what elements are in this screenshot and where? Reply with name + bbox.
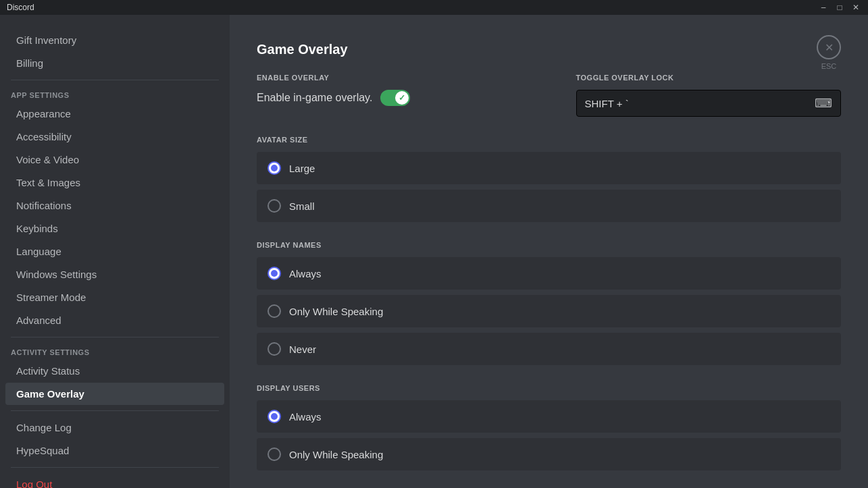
sidebar-item-notifications[interactable]: Notifications — [5, 194, 224, 217]
sidebar-item-keybinds[interactable]: Keybinds — [5, 217, 224, 240]
sidebar-item-hypesquad[interactable]: HypeSquad — [5, 439, 224, 462]
display-names-always[interactable]: Always — [257, 257, 841, 290]
app-settings-label: APP SETTINGS — [0, 86, 230, 102]
display-names-label: DISPLAY NAMES — [257, 241, 841, 249]
radio-dn-always-inner — [271, 270, 278, 277]
activity-settings-label: ACTIVITY SETTINGS — [0, 343, 230, 359]
keybind-input[interactable]: SHIFT + ` ⌨ — [576, 90, 842, 117]
page-title: Game Overlay — [257, 42, 841, 57]
sidebar-item-text-images[interactable]: Text & Images — [5, 171, 224, 194]
display-names-never[interactable]: Never — [257, 333, 841, 365]
display-names-speaking-label: Only While Speaking — [289, 306, 383, 317]
toggle-overlay-lock-block: TOGGLE OVERLAY LOCK SHIFT + ` ⌨ — [576, 74, 842, 117]
sidebar-item-game-overlay[interactable]: Game Overlay — [5, 383, 224, 405]
display-names-group: Always Only While Speaking Never — [257, 257, 841, 365]
app-container: Gift Inventory Billing APP SETTINGS Appe… — [0, 15, 868, 488]
sidebar-item-logout[interactable]: Log Out — [5, 473, 224, 488]
radio-dn-never-circle — [267, 342, 281, 356]
toggle-knob: ✓ — [395, 91, 409, 105]
radio-du-always-inner — [271, 413, 278, 420]
sidebar-item-advanced[interactable]: Advanced — [5, 309, 224, 331]
display-names-while-speaking[interactable]: Only While Speaking — [257, 295, 841, 327]
sidebar-item-voice-video[interactable]: Voice & Video — [5, 148, 224, 171]
avatar-size-large-label: Large — [289, 163, 315, 174]
radio-large-inner — [271, 165, 278, 171]
avatar-size-small[interactable]: Small — [257, 190, 841, 222]
radio-large-circle — [267, 161, 281, 175]
sidebar-divider-1 — [11, 80, 219, 80]
sidebar-item-activity-status[interactable]: Activity Status — [5, 360, 224, 382]
sidebar-divider-4 — [11, 467, 219, 468]
overlay-settings-row: ENABLE OVERLAY Enable in-game overlay. ✓… — [257, 74, 841, 117]
sidebar-item-appearance[interactable]: Appearance — [5, 103, 224, 125]
avatar-size-large[interactable]: Large — [257, 152, 841, 184]
keybind-value: SHIFT + ` — [585, 98, 810, 109]
avatar-size-small-label: Small — [289, 200, 315, 212]
toggle-check-icon: ✓ — [399, 93, 405, 103]
sidebar-divider-2 — [11, 337, 219, 337]
enable-in-game-text: Enable in-game overlay. — [257, 92, 372, 104]
window-controls: – □ ✕ — [818, 2, 861, 13]
app-title: Discord — [7, 3, 34, 12]
radio-dn-speaking-circle — [267, 304, 281, 318]
minimize-button[interactable]: – — [818, 2, 829, 13]
sidebar-item-streamer-mode[interactable]: Streamer Mode — [5, 286, 224, 308]
display-users-always-label: Always — [289, 411, 322, 423]
radio-du-speaking-circle — [267, 448, 281, 461]
sidebar-item-change-log[interactable]: Change Log — [5, 416, 224, 439]
sidebar-item-accessibility[interactable]: Accessibility — [5, 126, 224, 148]
close-button[interactable]: ✕ — [850, 2, 861, 13]
enable-overlay-block: ENABLE OVERLAY Enable in-game overlay. ✓ — [257, 74, 522, 106]
sidebar-item-billing[interactable]: Billing — [5, 52, 224, 74]
close-icon[interactable]: ✕ — [817, 35, 841, 59]
display-users-speaking-label: Only While Speaking — [289, 449, 383, 460]
sidebar-divider-3 — [11, 410, 219, 411]
display-names-never-label: Never — [289, 344, 316, 355]
display-users-label: DISPLAY USERS — [257, 384, 841, 392]
toggle-overlay-lock-label: TOGGLE OVERLAY LOCK — [576, 74, 842, 82]
radio-du-always-circle — [267, 410, 281, 423]
esc-label: ESC — [821, 62, 837, 70]
enable-overlay-toggle[interactable]: ✓ — [380, 90, 410, 106]
display-users-always[interactable]: Always — [257, 400, 841, 433]
radio-dn-always-circle — [267, 267, 281, 280]
keyboard-icon[interactable]: ⌨ — [815, 96, 832, 111]
avatar-size-group: Large Small — [257, 152, 841, 222]
sidebar: Gift Inventory Billing APP SETTINGS Appe… — [0, 15, 230, 488]
enable-row: Enable in-game overlay. ✓ — [257, 90, 522, 106]
radio-small-circle — [267, 199, 281, 213]
sidebar-item-windows-settings[interactable]: Windows Settings — [5, 263, 224, 286]
main-content: Game Overlay ✕ ESC ENABLE OVERLAY Enable… — [230, 15, 868, 488]
enable-overlay-label: ENABLE OVERLAY — [257, 74, 522, 82]
sidebar-item-language[interactable]: Language — [5, 240, 224, 263]
titlebar: Discord – □ ✕ — [0, 0, 868, 15]
display-users-while-speaking[interactable]: Only While Speaking — [257, 438, 841, 470]
avatar-size-label: AVATAR SIZE — [257, 136, 841, 144]
display-users-group: Always Only While Speaking — [257, 400, 841, 470]
sidebar-item-gift-inventory[interactable]: Gift Inventory — [5, 29, 224, 51]
esc-button[interactable]: ✕ ESC — [817, 35, 841, 70]
maximize-button[interactable]: □ — [834, 2, 845, 13]
display-names-always-label: Always — [289, 268, 322, 279]
